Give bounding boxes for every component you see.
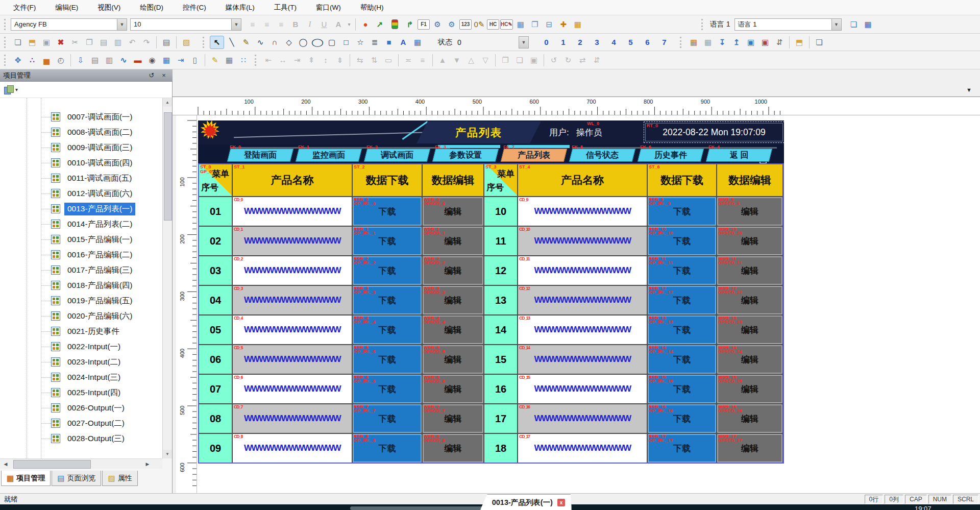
state-number[interactable]: 1 <box>555 38 572 46</box>
edit-button[interactable]: WSB_10OPSCD_10编辑 <box>717 227 782 255</box>
tree-item[interactable]: 0018-产品编辑(四) <box>0 278 162 293</box>
rect-tool-icon[interactable]: □ <box>339 36 353 48</box>
state-number[interactable]: 2 <box>572 38 589 46</box>
screen-header[interactable]: ✹ ✹ 产品列表 用户: 操作员 WL_0 RT_0 2022-08-22 Mo… <box>198 120 784 144</box>
product-name-display[interactable]: CD_10WWWWWWWWWWWWW <box>518 227 647 255</box>
tree-item[interactable]: 0013-产品列表(一) <box>0 201 162 216</box>
paste-icon[interactable]: ▤ <box>97 36 110 48</box>
pen-tool-icon[interactable]: ✎ <box>239 36 253 48</box>
trend-chart-icon[interactable]: ∿ <box>117 54 130 66</box>
move-tool-icon[interactable]: ✥ <box>11 54 24 66</box>
save-icon[interactable]: ▣ <box>40 36 53 48</box>
cut-icon[interactable]: ✂ <box>68 36 82 48</box>
tree-item[interactable]: 0019-产品编辑(五) <box>0 293 162 308</box>
send-backward-icon[interactable]: ▽ <box>479 54 492 66</box>
font-family-select[interactable]: Agency FB ▼ <box>11 18 127 31</box>
menu-item[interactable]: 文件(F) <box>7 2 42 14</box>
crosshair-icon[interactable]: ✚ <box>557 18 570 31</box>
text-list-icon[interactable]: ≣ <box>368 36 381 48</box>
product-name-display[interactable]: CD_4WWWWWWWWWWWWW <box>233 315 352 344</box>
product-name-display[interactable]: CD_11WWWWWWWWWWWWW <box>518 256 647 285</box>
edit-button[interactable]: WSB_8OPSCD_8编辑 <box>423 434 483 463</box>
chevron-down-icon[interactable]: ▼ <box>831 19 841 30</box>
align-objs-left-icon[interactable]: ⇤ <box>262 54 275 66</box>
row-number-cell[interactable]: 07 <box>199 375 232 403</box>
download-button[interactable]: RSB_9OP_IBL_9下载 <box>648 197 716 226</box>
toolbar-grip[interactable] <box>255 55 258 66</box>
download-button[interactable]: RSB_2OP_IBL_2下载 <box>353 256 422 285</box>
download-button[interactable]: RSB_3OP_IBL_3下载 <box>353 286 422 314</box>
row-number-cell[interactable]: 06 <box>199 345 232 374</box>
align-center-icon[interactable]: ≡ <box>260 18 274 31</box>
tree-item[interactable]: 0016-产品编辑(二) <box>0 247 162 262</box>
scrollbar-thumb[interactable] <box>164 112 172 221</box>
product-name-display[interactable]: CD_1WWWWWWWWWWWWW <box>233 227 352 255</box>
nav-button[interactable]: 监控画面 <box>296 149 362 162</box>
state-number[interactable]: 3 <box>589 38 605 46</box>
edit-button[interactable]: WSB_7OPSCD_7编辑 <box>423 404 483 433</box>
chevron-down-icon[interactable]: ▼ <box>519 36 529 48</box>
lock-objects-icon[interactable]: ▣ <box>527 54 541 66</box>
menu-item[interactable]: 绘图(D) <box>134 2 169 14</box>
keypad-icon[interactable]: ▦ <box>701 36 715 48</box>
toggle-switch-icon[interactable]: ↗ <box>373 18 386 31</box>
download-button[interactable]: RSB_0OP_IBL_0下载 <box>353 197 422 226</box>
align-left-icon[interactable]: ≡ <box>246 18 259 31</box>
edit-button[interactable]: WSB_12OPSCD_12编辑 <box>717 286 782 314</box>
new-file-icon[interactable]: ❏ <box>11 36 24 48</box>
dropdown-window-icon[interactable]: ⊟ <box>543 18 556 31</box>
row-number-cell[interactable]: 11 <box>484 227 517 255</box>
product-name-display[interactable]: CD_0WWWWWWWWWWWWW <box>233 197 352 226</box>
export-page-icon[interactable]: ⇥ <box>174 54 187 66</box>
layers-icon[interactable] <box>4 85 13 94</box>
product-name-display[interactable]: CD_9WWWWWWWWWWWWW <box>518 197 647 226</box>
pick-page-icon[interactable]: ❏ <box>813 36 826 48</box>
tree-item[interactable]: 0009-调试画面(三) <box>0 140 162 155</box>
tree-item[interactable]: 0007-调试画面(一) <box>0 109 162 125</box>
delete-icon[interactable]: ✖ <box>54 36 67 48</box>
nav-button[interactable]: 历史事件 <box>638 149 704 162</box>
tree-item[interactable]: 0017-产品编辑(三) <box>0 262 162 278</box>
row-number-cell[interactable]: 18 <box>484 434 517 463</box>
panel-tab-active[interactable]: ▦项目管理 <box>1 471 51 486</box>
scroll-down-icon[interactable]: ▼ <box>163 450 172 458</box>
tree-item[interactable]: 0022-Intput(一) <box>0 339 162 354</box>
undo-icon[interactable]: ↶ <box>126 36 139 48</box>
upload-project-icon[interactable]: ↥ <box>730 36 743 48</box>
dot-matrix-icon[interactable]: ∷ <box>237 54 250 66</box>
download-button[interactable]: RSB_15OP_IBL_15下载 <box>648 375 716 403</box>
edit-button[interactable]: WSB_6OPSCD_6编辑 <box>423 375 483 403</box>
line-tool-icon[interactable]: ╲ <box>225 36 238 48</box>
product-name-display[interactable]: CD_14WWWWWWWWWWWWW <box>518 345 647 374</box>
product-name-display[interactable]: CD_3WWWWWWWWWWWWW <box>233 286 352 314</box>
row-number-cell[interactable]: 16 <box>484 375 517 403</box>
edit-button[interactable]: WSB_4OPSCD_4编辑 <box>423 315 483 344</box>
tree-item[interactable]: 0021-历史事件 <box>0 324 162 339</box>
led-display-icon[interactable]: ▬ <box>131 54 144 66</box>
filled-rect-icon[interactable]: ■ <box>382 36 396 48</box>
tree-item[interactable]: 0028-Output(三) <box>0 431 162 446</box>
datetime-display[interactable]: RT_0 2022-08-22 Mon 19:07:09 <box>645 123 783 141</box>
calendar-clock-icon[interactable]: ▦ <box>571 18 584 31</box>
align-objs-bottom-icon[interactable]: ⇟ <box>333 54 347 66</box>
download-button[interactable]: RSB_8OP_IBL_8下载 <box>353 434 422 463</box>
toolbar-grip[interactable] <box>4 19 8 30</box>
align-objs-center-icon[interactable]: ↔ <box>276 54 289 66</box>
edit-button[interactable]: WSB_16OPSCD_16编辑 <box>717 404 782 433</box>
download-button[interactable]: RSB_5OP_IBL_5下载 <box>353 345 422 374</box>
scroll-up-icon[interactable]: ▲ <box>163 98 172 107</box>
same-width-icon[interactable]: ⇆ <box>353 54 366 66</box>
tree-item[interactable]: 0015-产品编辑(一) <box>0 232 162 247</box>
tree-item[interactable]: 0025-Intput(四) <box>0 385 162 400</box>
product-name-display[interactable]: CD_6WWWWWWWWWWWWW <box>233 375 352 403</box>
panel-tab-item[interactable]: ▤页面浏览 <box>52 471 101 486</box>
bar-chart-icon[interactable]: ▅ <box>40 54 53 66</box>
close-tab-icon[interactable]: x <box>557 499 565 506</box>
run-sim-icon[interactable]: ⇩ <box>74 54 87 66</box>
gear-icon[interactable]: ⚙ <box>445 18 458 31</box>
underline-icon[interactable]: U <box>317 18 331 31</box>
chevron-down-icon[interactable]: ▼ <box>231 19 241 30</box>
polygon-tool-icon[interactable]: ◇ <box>282 36 296 48</box>
row-number-cell[interactable]: 15 <box>484 345 517 374</box>
tree-item[interactable]: 0014-产品列表(二) <box>0 216 162 232</box>
